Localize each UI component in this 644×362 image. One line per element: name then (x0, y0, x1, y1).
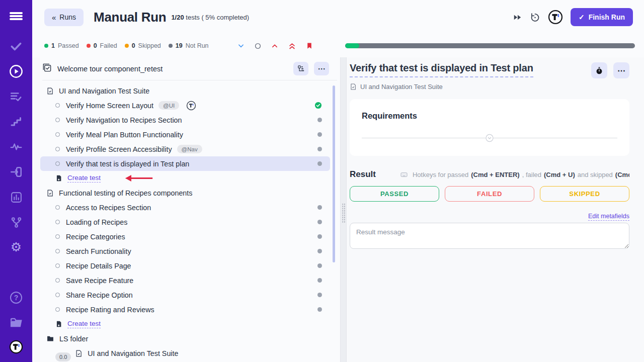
test-row[interactable]: Share Recipe Option (40, 288, 330, 302)
back-chevrons-icon: « (52, 13, 56, 22)
test-row[interactable]: Loading of Recipes (40, 215, 330, 229)
tree-scrollbar-thumb[interactable] (333, 85, 335, 262)
test-bullet (55, 263, 60, 268)
test-title: Save Recipe Feature (66, 277, 133, 285)
projects-folder-icon[interactable] (9, 316, 23, 330)
failed-dot (87, 44, 91, 48)
suite-row[interactable]: UI and Navigation Test Suite (40, 83, 330, 98)
branches-icon[interactable] (9, 215, 23, 229)
test-bullet (55, 278, 60, 283)
test-row[interactable]: Recipe Details Page (40, 258, 330, 273)
suite-doc-icon (46, 189, 54, 197)
list-check-icon[interactable] (9, 89, 23, 104)
test-bullet (55, 118, 60, 122)
test-row[interactable]: Recipe Rating and Reviews (40, 302, 330, 317)
test-row[interactable]: Verify Meal Plan Button Functionality (40, 127, 330, 142)
test-title: Search Functionality (66, 247, 131, 255)
tree-view-button[interactable] (293, 62, 308, 75)
stat-notrun: 19Not Run (169, 42, 209, 49)
bookmark-icon[interactable] (306, 42, 313, 50)
notrun-status-dot (317, 205, 322, 210)
test-title: Share Recipe Option (66, 291, 133, 299)
skipped-button[interactable]: SKIPPED (540, 186, 629, 202)
check-icon: ✓ (579, 13, 585, 21)
tree-more-button[interactable]: ⋯ (314, 62, 329, 75)
suite-row[interactable]: Functional testing of Recipes components (40, 186, 330, 200)
test-title: Verify Navigation to Recipes Section (66, 116, 182, 124)
menu-icon[interactable] (9, 9, 23, 23)
passed-button[interactable]: PASSED (350, 186, 439, 202)
chevrons-up-icon[interactable] (288, 42, 296, 50)
test-title: Verify Meal Plan Button Functionality (66, 131, 183, 139)
suite-row-partial[interactable]: 0.0 UI and Navigation Test Suite (40, 346, 330, 360)
folder-row[interactable]: LS folder (40, 331, 330, 346)
rerun-timer-icon[interactable] (530, 12, 540, 23)
steps-icon[interactable] (9, 115, 23, 129)
finish-run-button[interactable]: ✓ Finish Run (571, 8, 633, 26)
keyboard-icon (399, 171, 409, 178)
testomat-badge-logo (548, 10, 563, 25)
tasks-check-icon[interactable] (9, 39, 23, 53)
activity-icon[interactable] (9, 140, 23, 154)
app-rail: ⚙ ? (0, 0, 32, 362)
requirements-expand-toggle[interactable] (486, 134, 494, 142)
test-detail-panel: Verify that test is displayed in Test pl… (350, 57, 644, 362)
settings-gear-icon[interactable]: ⚙ (9, 240, 23, 254)
test-tree-panel: Welcome tour component_retest ⋯ UI and N… (40, 57, 340, 362)
timer-button[interactable] (591, 62, 607, 78)
notrun-status-dot (317, 293, 322, 297)
test-bullet (55, 147, 60, 151)
analytics-chart-icon[interactable] (9, 190, 23, 204)
annotation-arrow-icon (124, 174, 154, 182)
testomat-logo[interactable] (9, 340, 23, 354)
panel-resize-divider[interactable] (340, 57, 347, 362)
test-bullet (55, 220, 60, 224)
passed-check-icon (314, 102, 322, 109)
circle-filter-icon[interactable] (255, 43, 261, 49)
tests-progress-note: 1/20 tests ( 5% completed) (171, 14, 249, 21)
test-bullet (55, 249, 60, 253)
test-row[interactable]: Verify Home Screen Layout @UI (40, 98, 330, 113)
notrun-status-dot (317, 118, 322, 122)
suite-title: Functional testing of Recipes components (59, 189, 192, 197)
test-bullet (55, 205, 60, 210)
test-title: Recipe Rating and Reviews (66, 306, 154, 314)
test-bullet (55, 307, 60, 312)
notrun-status-dot (317, 234, 322, 239)
run-play-icon[interactable] (9, 64, 23, 78)
fast-forward-icon[interactable] (513, 13, 522, 22)
test-row[interactable]: Verify Profile Screen Accessibility @Nav (40, 142, 330, 156)
tree-header: Welcome tour component_retest ⋯ (42, 60, 337, 80)
test-row[interactable]: Access to Recipes Section (40, 200, 330, 215)
test-tag: @Nav (177, 145, 202, 153)
test-row[interactable]: Save Recipe Feature (40, 273, 330, 288)
test-detail-title: Verify that test is displayed in Test pl… (350, 62, 533, 77)
chevron-down-icon[interactable] (237, 42, 245, 49)
back-to-runs-button[interactable]: « Runs (44, 9, 84, 26)
detail-more-button[interactable]: ⋯ (613, 62, 629, 78)
test-row[interactable]: Verify Navigation to Recipes Section (40, 113, 330, 127)
failed-button[interactable]: FAILED (445, 186, 534, 202)
create-test-row[interactable]: Create test (40, 317, 330, 331)
chevron-up-icon[interactable] (271, 42, 278, 49)
test-row[interactable]: Search Functionality (40, 244, 330, 258)
drag-grip-icon (342, 203, 345, 223)
test-row-selected[interactable]: Verify that test is displayed in Test pl… (40, 156, 330, 171)
import-icon[interactable] (9, 165, 23, 179)
create-test-row[interactable]: Create test (40, 171, 330, 186)
help-icon[interactable]: ? (9, 291, 23, 305)
notrun-status-dot (317, 132, 322, 137)
edit-metafields-link[interactable]: Edit metafields (588, 213, 629, 221)
test-bullet (55, 161, 60, 166)
result-message-input[interactable] (350, 223, 629, 249)
requirements-card: Requirements (350, 99, 629, 156)
test-title: Loading of Recipes (66, 218, 127, 226)
test-row[interactable]: Recipe Categories (40, 229, 330, 244)
tests-note: tests ( 5% completed) (186, 14, 249, 21)
stat-passed: 1Passed (44, 42, 79, 49)
notrun-status-dot (317, 147, 322, 151)
create-test-link[interactable]: Create test (67, 174, 101, 183)
create-test-link[interactable]: Create test (67, 320, 101, 328)
run-progress-bar (345, 43, 635, 48)
more-icon: ⋯ (617, 66, 625, 75)
